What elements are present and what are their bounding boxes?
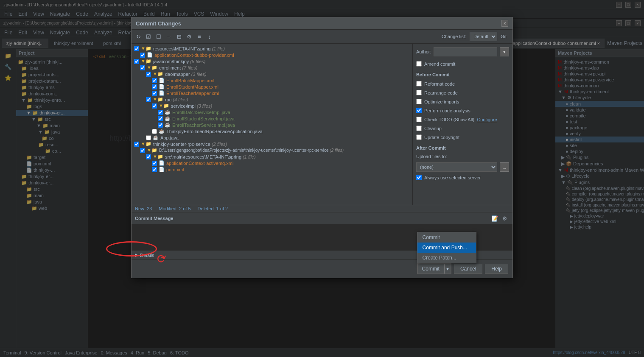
toolbar-sort[interactable]: ↕ (205, 32, 214, 41)
file-check-0[interactable] (134, 46, 139, 51)
toolbar-group[interactable]: ≡ (195, 32, 204, 41)
upload-browse-btn[interactable]: ... (500, 162, 509, 172)
file-label-0: resources\META-INF\spring (1 file) (153, 46, 225, 51)
file-check-java-com[interactable] (134, 59, 139, 64)
file-check-dubbo-provider[interactable] (140, 53, 145, 58)
file-item-pom[interactable]: 📄 pom.xml (132, 166, 412, 173)
dropdown-commit-push[interactable]: Commit and Push... (417, 243, 476, 253)
commit-arrow-btn[interactable]: ▾ (444, 264, 451, 274)
reformat-code-checkbox[interactable] (416, 81, 422, 86)
always-use-server-checkbox[interactable] (416, 175, 422, 180)
optimize-imports-checkbox[interactable] (416, 99, 422, 104)
file-check-enroll-student-mapper[interactable] (152, 84, 157, 89)
dialog-title: Commit Changes (136, 20, 181, 27)
toolbar-refresh[interactable]: ↻ (134, 32, 143, 41)
upload-select[interactable]: (none) (416, 162, 497, 172)
file-label-enroll-teacher-impl: EnrollTeacherServiceImpl.java (172, 123, 235, 128)
toolbar-settings[interactable]: ⚙ (185, 32, 193, 41)
help-btn[interactable]: Help (485, 264, 508, 274)
perform-code-analysis-checkbox[interactable] (416, 108, 422, 113)
file-item-ucenter-path[interactable]: ▼📁 D:\Users\gengsongbo\IdeaProjects\zjy-… (132, 147, 412, 153)
file-item-thinkjoy-app[interactable]: ☕ ThinkjoyEnrollmentRpcServiceApplicatio… (132, 128, 412, 134)
file-check-enroll-batch-impl[interactable] (158, 110, 163, 115)
file-item-enroll-teacher-impl[interactable]: ☕ EnrollTeacherServiceImpl.java (132, 122, 412, 128)
file-check-enrollment[interactable] (140, 65, 145, 70)
file-check-enroll-teacher-mapper[interactable] (152, 91, 157, 96)
file-item-service-impl[interactable]: ▼📁 service\impl (3 files) (132, 103, 412, 109)
file-check-enroll-batch-mapper[interactable] (152, 78, 157, 83)
dropdown-commit[interactable]: Commit (417, 232, 476, 243)
file-check-dao-mapper[interactable] (146, 72, 151, 77)
file-label-dubbo-provider: applicationContext-dubbo-provider.xml (154, 53, 234, 58)
author-browse-btn[interactable]: ▾ (500, 47, 509, 56)
author-input[interactable] (434, 47, 497, 56)
reformat-code-row[interactable]: Reformat code (416, 81, 509, 87)
file-item-app[interactable]: ☕ App.java (132, 134, 412, 141)
commit-msg-tool-2[interactable]: ⚙ (501, 214, 509, 223)
commit-dropdown: Commit Commit and Push... Create Patch..… (417, 232, 476, 263)
file-check-ucenter[interactable] (134, 142, 139, 147)
check-todo-row[interactable]: Check TODO (Show All) Configure (416, 116, 509, 123)
amend-commit-label: Amend commit (424, 61, 455, 67)
rearrange-code-row[interactable]: Rearrange code (416, 89, 509, 96)
file-label-enroll-batch-impl: EnrollBatchServiceImpl.java (172, 110, 230, 115)
details-label: Details (140, 253, 154, 258)
dropdown-create-patch[interactable]: Create Patch... (417, 253, 476, 263)
file-check-rpc[interactable] (146, 97, 151, 102)
file-check-activemq[interactable] (152, 161, 157, 166)
file-item-enroll-student-mapper[interactable]: 📄 EnrollStudentMapper.xml (132, 84, 412, 90)
amend-commit-row[interactable]: Amend commit (416, 61, 509, 67)
commit-main-btn[interactable]: Commit (417, 264, 444, 274)
rearrange-code-checkbox[interactable] (416, 90, 422, 95)
file-check-pom[interactable] (152, 167, 157, 172)
amend-commit-checkbox[interactable] (416, 61, 422, 67)
before-commit-section: Before Commit (416, 72, 509, 77)
check-todo-checkbox[interactable] (416, 117, 422, 122)
file-item-enrollment[interactable]: ▼📁 enrollment (7 files) (132, 64, 412, 71)
cleanup-checkbox[interactable] (416, 126, 422, 131)
toolbar-move[interactable]: → (165, 32, 173, 41)
file-item-dubbo-provider[interactable]: 📄 applicationContext-dubbo-provider.xml (132, 52, 412, 58)
file-check-service-impl[interactable] (152, 103, 157, 109)
file-label-activemq: applicationContext-activemq.xml (166, 161, 233, 166)
file-check-app[interactable] (146, 135, 151, 140)
file-item-activemq[interactable]: 📄 applicationContext-activemq.xml (132, 160, 412, 166)
file-item-0[interactable]: ▼📁 resources\META-INF\spring (1 file) (132, 45, 412, 52)
update-copyright-row[interactable]: Update copyright (416, 134, 509, 140)
cancel-btn[interactable]: Cancel (454, 264, 482, 274)
commit-status-bar: New: 23 Modified: 2 of 5 Deleted: 1 of 2 (132, 205, 512, 212)
reformat-code-label: Reformat code (424, 81, 455, 86)
file-item-ucenter[interactable]: ▼📁 thinkjoy-ucenter-rpc-service (2 files… (132, 141, 412, 147)
dialog-file-list: ▼📁 resources\META-INF\spring (1 file) 📄 … (132, 44, 413, 205)
file-label-enrollment: enrollment (7 files) (159, 65, 197, 70)
file-check-enroll-teacher-impl[interactable] (158, 123, 163, 128)
file-item-enroll-batch-impl[interactable]: ☕ EnrollBatchServiceImpl.java (132, 109, 412, 115)
toolbar-uncheck-all[interactable]: ☐ (154, 32, 163, 41)
update-copyright-checkbox[interactable] (416, 134, 422, 140)
file-label-service-impl: service\impl (3 files) (171, 103, 212, 109)
file-item-enroll-teacher-mapper[interactable]: 📄 EnrollTeacherMapper.xml (132, 90, 412, 96)
author-label: Author: (416, 49, 431, 54)
toolbar-check-all[interactable]: ☑ (144, 32, 153, 41)
file-item-spring[interactable]: ▼📁 src\main\resources\META-INF\spring (1… (132, 153, 412, 160)
always-use-server-row[interactable]: Always use selected server (416, 174, 509, 181)
file-item-java-com[interactable]: ▼📁 java\com\thinkjoy (8 files) (132, 58, 412, 64)
commit-file-tree: ▼📁 resources\META-INF\spring (1 file) 📄 … (132, 44, 412, 174)
configure-link[interactable]: Configure (477, 117, 497, 122)
file-check-thinkjoy-app[interactable] (152, 129, 157, 134)
toolbar-diff[interactable]: ⊟ (175, 32, 183, 41)
file-check-spring[interactable] (146, 154, 151, 159)
cleanup-row[interactable]: Cleanup (416, 125, 509, 131)
optimize-imports-row[interactable]: Optimize imports (416, 98, 509, 105)
file-check-enroll-student-impl[interactable] (158, 116, 163, 121)
file-check-ucenter-path[interactable] (140, 148, 145, 153)
file-item-dao-mapper[interactable]: ▼📁 dao\mapper (3 files) (132, 71, 412, 77)
file-label-enroll-student-impl: EnrollStudentServiceImpl.java (172, 116, 235, 121)
file-item-enroll-student-impl[interactable]: ☕ EnrollStudentServiceImpl.java (132, 115, 412, 122)
perform-code-analysis-row[interactable]: Perform code analysis (416, 107, 509, 114)
commit-msg-tool-1[interactable]: 📝 (490, 214, 499, 223)
file-item-rpc[interactable]: ▼📁 rpc (4 files) (132, 96, 412, 103)
file-item-enroll-batch-mapper[interactable]: 📄 EnrollBatchMapper.xml (132, 77, 412, 84)
dialog-close-btn[interactable]: × (501, 20, 508, 27)
change-list-select[interactable]: Default (470, 32, 497, 41)
